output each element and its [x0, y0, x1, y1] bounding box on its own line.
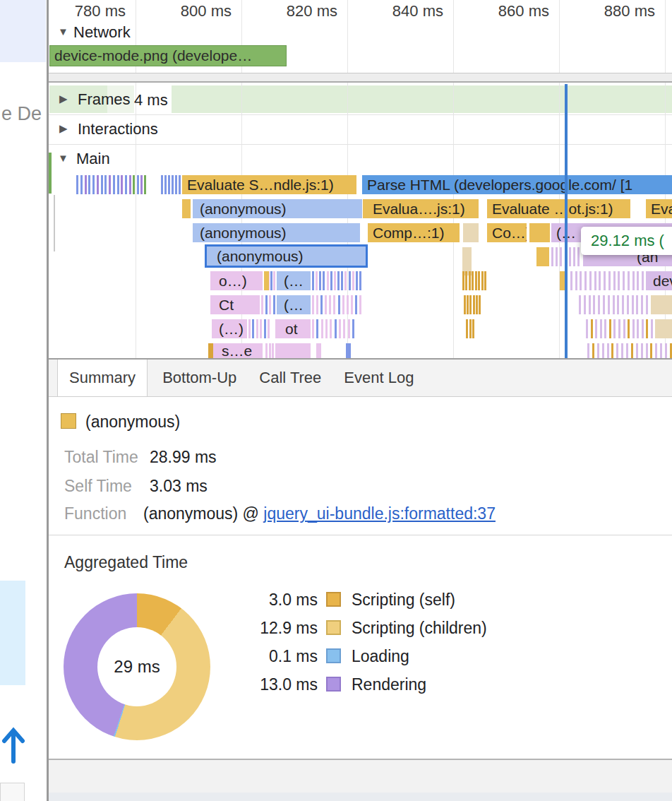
flame-stripe	[351, 295, 353, 314]
flame-stripe	[637, 271, 639, 290]
flame-stripe	[589, 295, 591, 314]
flame-bar[interactable]	[463, 223, 479, 242]
interactions-track-label[interactable]: Interactions	[78, 120, 158, 138]
source-location-link[interactable]: jquery_ui-bundle.js:formatted:37	[263, 504, 496, 523]
devtools-left-border[interactable]	[47, 0, 49, 801]
flame-bar[interactable]	[264, 271, 269, 290]
time-tick-label: 860 ms	[486, 2, 549, 20]
flame-bar[interactable]	[536, 247, 549, 266]
flame-bar[interactable]	[346, 343, 351, 358]
flame-bar[interactable]: Comp…:1)	[368, 223, 460, 242]
tab-call-tree[interactable]: Call Tree	[251, 360, 329, 396]
flame-bar[interactable]	[651, 295, 672, 314]
flame-stripe	[325, 295, 327, 314]
flame-stripe	[343, 319, 345, 338]
flame-stripe	[628, 319, 630, 338]
flame-bar[interactable]: (…	[277, 295, 311, 314]
flame-stripe	[341, 271, 343, 290]
flame-bar[interactable]: Evaluate S…ndle.js:1)	[182, 175, 356, 194]
network-request-bar[interactable]: device-mode.png (develope…	[49, 45, 287, 66]
flame-stripe	[604, 319, 606, 338]
pane-splitter[interactable]	[49, 73, 672, 83]
flame-stripe	[665, 343, 667, 358]
tab-summary[interactable]: Summary	[57, 360, 148, 396]
flame-bar[interactable]: dev	[646, 271, 672, 290]
time-tick-label: 840 ms	[380, 2, 443, 20]
legend-row: 3.0 msScripting (self)	[240, 591, 494, 609]
flame-stripe	[355, 295, 357, 314]
flame-bar[interactable]	[182, 199, 191, 218]
flame-bar[interactable]: (anonymous)	[193, 223, 360, 242]
legend-swatch	[326, 648, 341, 663]
flame-bar[interactable]: Evaluate …ot.js:1)	[487, 199, 630, 218]
legend-swatch	[326, 620, 341, 635]
flame-stripe	[608, 295, 610, 314]
time-tick-label: 780 ms	[62, 2, 126, 20]
legend-label: Scripting (children)	[352, 619, 487, 638]
flame-stripe	[260, 319, 262, 338]
playhead-line[interactable]	[565, 84, 568, 358]
expand-triangle-icon[interactable]: ▶	[59, 93, 68, 105]
flame-stripe	[140, 175, 143, 194]
flame-bar[interactable]: (…)	[212, 319, 247, 338]
flame-stripe	[478, 271, 480, 290]
flame-bar[interactable]: (…	[277, 271, 311, 290]
flame-stripe	[599, 271, 601, 290]
flame-bar[interactable]	[208, 343, 213, 358]
flame-bar[interactable]: o…)	[210, 271, 263, 290]
flame-stripe	[484, 271, 486, 290]
flame-bar[interactable]: ot	[275, 319, 311, 338]
flame-bar[interactable]: Parse HTML (developers.google.com/ [1	[362, 175, 672, 194]
flame-bar[interactable]	[655, 319, 672, 338]
collapse-triangle-icon[interactable]: ▼	[58, 25, 68, 37]
expand-triangle-icon[interactable]: ▶	[59, 122, 68, 135]
network-section-label[interactable]: Network	[73, 23, 131, 42]
legend-value: 3.0 ms	[240, 591, 318, 610]
flame-bar[interactable]	[363, 199, 368, 218]
timeline-ruler[interactable]: 780 ms800 ms820 ms840 ms860 ms880 ms	[49, 0, 672, 21]
main-track-label[interactable]: Main	[76, 150, 110, 168]
flame-stripe	[603, 295, 605, 314]
scroll-to-top-arrow-icon[interactable]	[1, 726, 25, 764]
flame-stripe	[611, 343, 613, 358]
aggregated-time-donut-chart: 29 ms	[64, 593, 210, 740]
flame-bar[interactable]: Evalua….js:1)	[368, 199, 479, 218]
flame-bar[interactable]: Eva	[646, 199, 672, 218]
flame-stripe	[469, 319, 472, 338]
flame-bar[interactable]: Ct	[210, 295, 260, 314]
frames-track-label[interactable]: Frames	[78, 90, 131, 109]
function-name: (anonymous) @	[143, 504, 263, 523]
flame-stripe	[179, 175, 181, 194]
flame-bar[interactable]: s…e	[213, 343, 263, 358]
flame-stripe	[637, 319, 639, 338]
flame-stripe	[320, 295, 323, 314]
flame-stripe	[627, 295, 629, 314]
flame-stripe	[618, 271, 620, 290]
aggregated-time-title: Aggregated Time	[64, 553, 188, 572]
flame-stripe	[109, 175, 111, 194]
flame-stripe	[359, 295, 361, 314]
tab-event-log[interactable]: Event Log	[336, 360, 421, 396]
flame-stripe	[323, 271, 325, 290]
flame-bar[interactable]	[316, 343, 321, 358]
flame-stripe	[161, 175, 163, 194]
flame-bar[interactable]	[529, 223, 550, 242]
flame-bar[interactable]: (anonymous)	[193, 199, 362, 218]
flame-stripe	[327, 271, 329, 290]
flame-stripe	[270, 271, 272, 290]
tab-bottom-up[interactable]: Bottom-Up	[155, 360, 244, 396]
collapse-triangle-icon[interactable]: ▼	[58, 152, 68, 164]
legend-value: 13.0 ms	[240, 675, 318, 694]
flame-stripe	[129, 175, 131, 194]
frame-block[interactable]	[172, 85, 672, 113]
flame-stripe	[580, 271, 582, 290]
flame-stripe	[597, 343, 599, 358]
flame-stripe	[330, 271, 332, 290]
flame-stripe	[589, 271, 592, 290]
flame-bar[interactable]: Co…)	[487, 223, 527, 242]
flame-stripe	[472, 271, 474, 290]
flame-bar[interactable]: (anonymous)	[205, 244, 368, 268]
flame-bar[interactable]	[275, 343, 311, 358]
flame-stripe	[462, 271, 464, 290]
flame-stripe	[660, 343, 662, 358]
